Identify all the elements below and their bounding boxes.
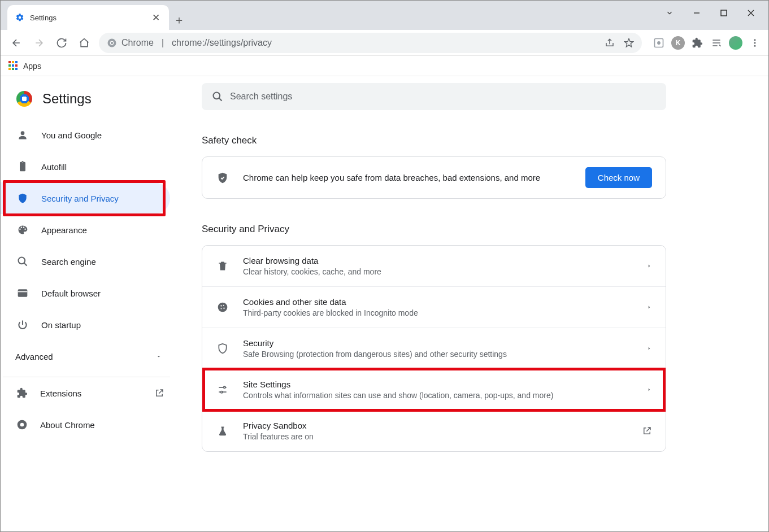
row-site-settings[interactable]: Site Settings Controls what information … (202, 369, 666, 411)
maximize-button[interactable] (711, 4, 737, 22)
svg-point-11 (754, 45, 756, 46)
address-toolbar: Chrome | chrome://settings/privacy K (1, 30, 768, 56)
extension-box-icon[interactable] (651, 35, 667, 51)
titlebar: Settings ✕ ＋ (1, 1, 768, 30)
sidebar-item-label: Search engine (41, 257, 96, 267)
check-now-button[interactable]: Check now (585, 167, 652, 188)
sidebar-item-label: Security and Privacy (41, 194, 119, 203)
bookmarks-bar: Apps (1, 56, 768, 76)
row-privacy-sandbox[interactable]: Privacy Sandbox Trial features are on (202, 411, 666, 451)
browser-window-icon (16, 287, 29, 299)
reload-button[interactable] (51, 33, 72, 53)
row-security[interactable]: Security Safe Browsing (protection from … (202, 328, 666, 369)
tab-title: Settings (30, 14, 145, 22)
chevron-right-icon (646, 263, 652, 269)
security-privacy-card: Clear browsing data Clear history, cooki… (202, 245, 666, 452)
safety-check-heading: Safety check (202, 135, 666, 146)
svg-point-25 (224, 386, 225, 388)
sidebar-item-label: On startup (41, 320, 81, 330)
flask-icon (216, 425, 229, 437)
forward-button[interactable] (29, 33, 49, 53)
settings-sidebar: Settings You and Google Autofill Securit… (1, 76, 177, 532)
svg-point-20 (218, 303, 228, 312)
svg-point-26 (221, 391, 223, 393)
open-external-icon (642, 426, 652, 436)
sidebar-item-security-privacy[interactable]: Security and Privacy (1, 182, 170, 214)
reading-list-icon[interactable] (709, 35, 724, 51)
chrome-page-icon (107, 38, 117, 48)
search-icon (212, 91, 223, 102)
address-bar[interactable]: Chrome | chrome://settings/privacy (99, 33, 642, 53)
chrome-menu-button[interactable] (747, 35, 763, 51)
open-external-icon (154, 388, 164, 398)
apps-label[interactable]: Apps (23, 62, 41, 71)
search-placeholder: Search settings (230, 91, 292, 102)
sidebar-item-appearance[interactable]: Appearance (1, 214, 170, 246)
shield-icon (16, 192, 29, 204)
svg-point-6 (111, 41, 114, 44)
sidebar-item-you-and-google[interactable]: You and Google (1, 119, 170, 151)
browser-tab[interactable]: Settings ✕ (7, 5, 169, 30)
chevron-right-icon (646, 346, 652, 351)
settings-brand: Settings (1, 85, 177, 119)
profile-avatar[interactable] (728, 35, 744, 51)
chevron-right-icon (646, 304, 652, 310)
svg-point-13 (19, 258, 25, 264)
svg-point-12 (21, 131, 25, 135)
svg-point-23 (223, 308, 224, 309)
clipboard-icon (16, 160, 29, 173)
bookmark-star-icon[interactable] (624, 38, 634, 48)
search-settings-input[interactable]: Search settings (202, 83, 666, 110)
person-icon (16, 129, 29, 141)
chrome-outline-icon (16, 419, 28, 430)
search-icon (16, 255, 29, 268)
share-icon[interactable] (605, 38, 615, 48)
sidebar-item-label: You and Google (41, 130, 102, 140)
svg-point-19 (214, 93, 220, 99)
gear-icon (15, 13, 24, 22)
sidebar-item-extensions[interactable]: Extensions (1, 377, 177, 409)
safety-check-text: Chrome can help keep you safe from data … (243, 173, 572, 182)
sidebar-item-default-browser[interactable]: Default browser (1, 277, 170, 309)
url-prefix: Chrome (121, 38, 154, 48)
chevron-down-icon (155, 353, 162, 360)
svg-point-10 (754, 42, 756, 43)
cookie-icon (216, 302, 229, 313)
security-privacy-heading: Security and Privacy (202, 224, 666, 235)
url-path: chrome://settings/privacy (172, 38, 272, 48)
minimize-button[interactable] (684, 4, 710, 22)
extension-k-icon[interactable]: K (670, 35, 686, 51)
sidebar-advanced-toggle[interactable]: Advanced (1, 341, 177, 372)
back-button[interactable] (6, 33, 27, 53)
svg-point-8 (658, 41, 660, 43)
sidebar-item-search-engine[interactable]: Search engine (1, 246, 170, 277)
close-window-button[interactable] (738, 4, 764, 22)
sidebar-item-label: Appearance (41, 225, 87, 235)
sidebar-item-autofill[interactable]: Autofill (1, 151, 170, 182)
sidebar-item-on-startup[interactable]: On startup (1, 309, 170, 341)
sidebar-item-about-chrome[interactable]: About Chrome (1, 409, 177, 441)
palette-icon (16, 224, 29, 236)
home-button[interactable] (74, 33, 94, 53)
row-clear-browsing-data[interactable]: Clear browsing data Clear history, cooki… (202, 246, 666, 287)
extensions-puzzle-icon[interactable] (689, 35, 705, 51)
sliders-icon (216, 384, 229, 395)
new-tab-button[interactable]: ＋ (169, 10, 189, 30)
apps-grid-icon[interactable] (8, 61, 19, 71)
svg-point-9 (754, 39, 756, 41)
svg-point-21 (220, 305, 221, 306)
row-cookies[interactable]: Cookies and other site data Third-party … (202, 287, 666, 328)
settings-content: Search settings Safety check Chrome can … (177, 76, 768, 532)
chrome-logo-icon (16, 91, 32, 107)
puzzle-icon (16, 387, 28, 399)
shield-outline-icon (216, 343, 229, 354)
svg-point-24 (221, 308, 222, 309)
svg-rect-1 (721, 10, 727, 16)
svg-point-22 (223, 305, 224, 306)
svg-point-18 (20, 423, 24, 427)
close-tab-icon[interactable]: ✕ (151, 12, 161, 23)
power-icon (16, 319, 29, 331)
sidebar-item-label: Default browser (41, 289, 101, 298)
chevron-down-icon[interactable] (657, 4, 683, 22)
shield-check-icon (216, 172, 229, 184)
